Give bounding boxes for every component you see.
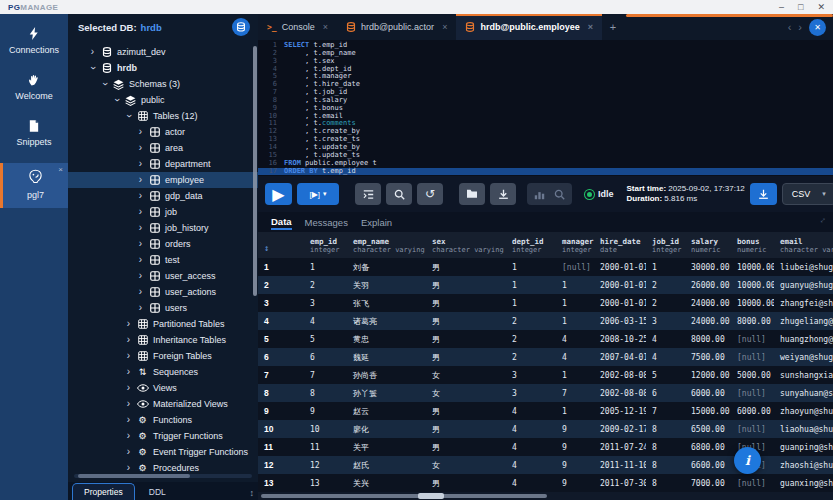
table-row[interactable]: 1313关兴男492011-07-3087000.00[null]guanxin… — [258, 474, 833, 492]
cell-email[interactable]: huangzhong@shu — [774, 335, 833, 344]
close-window-button[interactable]: ✕ — [817, 3, 825, 12]
table-row[interactable]: 33张飞男112000-01-01224000.0010000.00zhangf… — [258, 294, 833, 312]
column-header-hire_date[interactable]: hire_datedate — [594, 237, 646, 254]
cell-salary[interactable]: 7500.00 — [685, 353, 731, 362]
results-hscroll-thumb[interactable] — [261, 494, 547, 498]
cell-email[interactable]: guanyu@shuguo. — [774, 281, 833, 290]
chevron-right-icon[interactable]: › — [136, 287, 145, 297]
tree-item-procedures[interactable]: ›⚙Procedures — [68, 460, 258, 472]
cell-dept_id[interactable]: 2 — [506, 353, 556, 362]
scroll-tabs-left-icon[interactable]: ‹ — [788, 21, 792, 33]
cell-email[interactable]: liaohua@shuguo — [774, 425, 833, 434]
cell-emp_name[interactable]: 关平 — [347, 442, 426, 453]
tree-item-employee[interactable]: ›employee — [68, 172, 258, 188]
cell-manager[interactable]: 9 — [556, 479, 594, 488]
cell-bonus[interactable]: 8000.00 — [731, 317, 774, 326]
cell-manager[interactable]: 1 — [556, 371, 594, 380]
tree-item-job-history[interactable]: ›job_history — [68, 220, 258, 236]
open-file-button[interactable] — [459, 183, 485, 205]
table-row[interactable]: 11刘备男1[null]2000-01-01130000.0010000.00l… — [258, 258, 833, 276]
cell-manager[interactable]: [null] — [556, 263, 594, 272]
chevron-right-icon[interactable]: › — [124, 319, 133, 329]
cell-email[interactable]: guanping@shugu — [774, 443, 833, 452]
tab-messages[interactable]: Messages — [305, 217, 348, 228]
cell-dept_id[interactable]: 1 — [506, 281, 556, 290]
tree-item-partitioned-tables[interactable]: ›Partitioned Tables — [68, 316, 258, 332]
cell-emp_id[interactable]: 8 — [304, 389, 347, 398]
tree-item-hrdb[interactable]: ›hrdb — [68, 60, 258, 76]
cell-dept_id[interactable]: 2 — [506, 335, 556, 344]
cell-dept_id[interactable]: 3 — [506, 371, 556, 380]
cell-manager[interactable]: 9 — [556, 461, 594, 470]
cell-bonus[interactable]: [null] — [731, 353, 774, 362]
selected-db-name[interactable]: hrdb — [141, 22, 162, 33]
tree-item-azimutt-dev[interactable]: ›azimutt_dev — [68, 44, 258, 60]
tree-item-users[interactable]: ›users — [68, 300, 258, 316]
cell-manager[interactable]: 9 — [556, 443, 594, 452]
cell-manager[interactable]: 7 — [556, 389, 594, 398]
cell-email[interactable]: guanxing@shugu — [774, 479, 833, 488]
column-header-bonus[interactable]: bonusnumeric — [731, 237, 774, 254]
cell-hire_date[interactable]: 2000-01-01 — [594, 299, 646, 308]
cell-bonus[interactable]: 10000.00 — [731, 281, 774, 290]
sidebar-item-connections[interactable]: Connections — [0, 26, 68, 55]
cell-job_id[interactable]: 4 — [646, 335, 685, 344]
cell-bonus[interactable]: 6000.00 — [731, 407, 774, 416]
tree-item-foreign-tables[interactable]: ›Foreign Tables — [68, 348, 258, 364]
cell-job_id[interactable]: 3 — [646, 317, 685, 326]
tree-item-materialized-views[interactable]: ›Materialized Views — [68, 396, 258, 412]
cell-job_id[interactable]: 8 — [646, 443, 685, 452]
chevron-right-icon[interactable]: › — [124, 399, 133, 409]
tab-explain[interactable]: Explain — [361, 217, 392, 228]
cell-emp_id[interactable]: 9 — [304, 407, 347, 416]
tree-item-actor[interactable]: ›actor — [68, 124, 258, 140]
cell-hire_date[interactable]: 2005-12-19 — [594, 407, 646, 416]
cell-salary[interactable]: 6800.00 — [685, 443, 731, 452]
tree-item-schemas-3[interactable]: ›Schemas (3) — [68, 76, 258, 92]
cell-emp_id[interactable]: 5 — [304, 335, 347, 344]
cell-sex[interactable]: 女 — [426, 388, 506, 399]
tree-item-job[interactable]: ›job — [68, 204, 258, 220]
expand-results-icon[interactable]: ↕ — [818, 215, 828, 225]
cell-dept_id[interactable]: 1 — [506, 263, 556, 272]
cell-dept_id[interactable]: 1 — [506, 299, 556, 308]
cell-job_id[interactable]: 6 — [646, 389, 685, 398]
cell-email[interactable]: sunshangxiang@ — [774, 371, 833, 380]
cell-manager[interactable]: 4 — [556, 335, 594, 344]
cell-manager[interactable]: 4 — [556, 353, 594, 362]
tree-item-gdp-data[interactable]: ›gdp_data — [68, 188, 258, 204]
tab-hrdb-public-employee[interactable]: hrdb@public.employee× — [456, 14, 602, 40]
tab-data[interactable]: Data — [271, 216, 292, 228]
cell-hire_date[interactable]: 2011-07-24 — [594, 443, 646, 452]
tree-item-area[interactable]: ›area — [68, 140, 258, 156]
cell-sex[interactable]: 男 — [426, 262, 506, 273]
cell-emp_name[interactable]: 关兴 — [347, 478, 426, 489]
cell-job_id[interactable]: 2 — [646, 281, 685, 290]
tree-item-views[interactable]: ›Views — [68, 380, 258, 396]
cell-hire_date[interactable]: 2002-08-08 — [594, 389, 646, 398]
cell-emp_name[interactable]: 黄忠 — [347, 334, 426, 345]
cell-emp_id[interactable]: 1 — [304, 263, 347, 272]
sidebar-item-welcome[interactable]: Welcome — [0, 73, 68, 101]
chevron-right-icon[interactable]: › — [136, 303, 145, 313]
cell-sex[interactable]: 男 — [426, 334, 506, 345]
cell-emp_name[interactable]: 赵云 — [347, 406, 426, 417]
cell-job_id[interactable]: 7 — [646, 407, 685, 416]
chevron-right-icon[interactable]: › — [124, 351, 133, 361]
cell-sex[interactable]: 女 — [426, 460, 506, 471]
new-tab-button[interactable]: + — [602, 14, 624, 40]
chevron-right-icon[interactable]: › — [136, 255, 145, 265]
cell-job_id[interactable]: 5 — [646, 371, 685, 380]
cell-hire_date[interactable]: 2000-01-01 — [594, 263, 646, 272]
cell-dept_id[interactable]: 4 — [506, 407, 556, 416]
cell-job_id[interactable]: 2 — [646, 299, 685, 308]
cell-emp_id[interactable]: 3 — [304, 299, 347, 308]
cell-salary[interactable]: 26000.00 — [685, 281, 731, 290]
close-tab-icon[interactable]: × — [588, 22, 593, 32]
tree-vertical-scrollbar[interactable] — [253, 46, 257, 296]
chevron-right-icon[interactable]: › — [136, 127, 145, 137]
tree-item-inheritance-tables[interactable]: ›Inheritance Tables — [68, 332, 258, 348]
cell-email[interactable]: zhaoyun@shuguo — [774, 407, 833, 416]
cell-hire_date[interactable]: 2002-08-08 — [594, 371, 646, 380]
cell-manager[interactable]: 1 — [556, 317, 594, 326]
